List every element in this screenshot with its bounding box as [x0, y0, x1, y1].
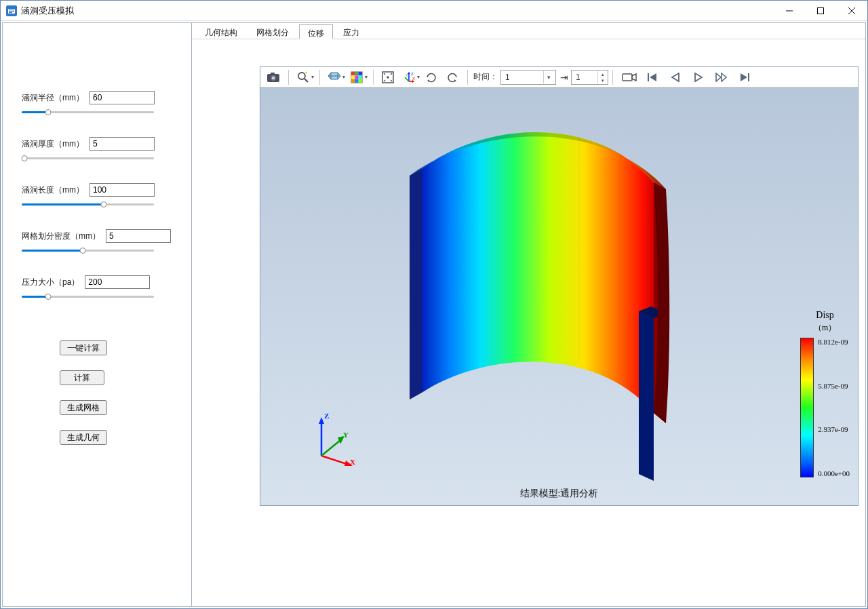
svg-line-13	[304, 79, 308, 82]
legend-tick: 0.000e+00	[818, 469, 850, 477]
svg-marker-37	[632, 74, 636, 81]
param-radius: 涵洞半径（mm）	[22, 91, 172, 117]
titlebar: 涵洞受压模拟	[1, 1, 867, 21]
svg-point-12	[298, 73, 305, 79]
rotate-right-button[interactable]	[442, 68, 462, 86]
svg-rect-22	[351, 75, 355, 79]
axis-z-label: Z	[324, 412, 329, 420]
svg-rect-38	[648, 73, 649, 81]
svg-rect-45	[748, 73, 749, 81]
colormap-button[interactable]	[347, 68, 367, 86]
viewport: ▾ ▾ ▾	[260, 66, 859, 506]
svg-marker-44	[741, 73, 747, 81]
spinner-down-icon[interactable]: ▾	[598, 77, 608, 83]
param-label: 压力大小（pa）	[22, 277, 79, 288]
radius-slider[interactable]	[22, 107, 154, 117]
svg-marker-43	[722, 73, 726, 81]
generate-mesh-button[interactable]: 生成网格	[60, 400, 107, 415]
axes-button[interactable]: ZYX	[399, 68, 419, 86]
axes-dropdown-icon[interactable]: ▾	[417, 74, 420, 80]
svg-line-50	[321, 440, 340, 456]
param-label: 涵洞半径（mm）	[22, 92, 84, 104]
zoom-dropdown-icon[interactable]: ▾	[311, 74, 314, 80]
svg-rect-1	[9, 9, 14, 10]
app-icon	[6, 5, 17, 16]
compute-button[interactable]: 计算	[60, 370, 104, 385]
thickness-slider[interactable]	[22, 153, 154, 163]
svg-marker-42	[716, 73, 721, 81]
svg-rect-36	[623, 74, 632, 81]
color-legend: Disp （m） 8.812e-09 5.875e-09 2.937e-09 0…	[800, 310, 850, 477]
colormap-dropdown-icon[interactable]: ▾	[365, 74, 368, 80]
legend-title: Disp	[816, 310, 833, 321]
window-controls	[774, 1, 867, 20]
length-slider[interactable]	[22, 199, 154, 209]
body: 涵洞半径（mm） 涵洞厚度（mm） 涵洞长度（mm）	[1, 21, 867, 608]
time-label: 时间：	[473, 71, 498, 83]
goto-end-button[interactable]	[735, 69, 754, 85]
one-click-compute-button[interactable]: 一键计算	[60, 340, 107, 355]
result-canvas[interactable]: Z Y X 结果模型:通用分析 Disp （m） 8.812e-09	[260, 87, 858, 505]
tab-geometry[interactable]: 几何结构	[196, 24, 246, 39]
step-right-icon[interactable]: ⇥	[559, 70, 570, 85]
app-window: 涵洞受压模拟 涵洞半径（mm） 涵洞厚度（mm）	[0, 0, 868, 609]
svg-line-32	[405, 77, 409, 81]
view-style-dropdown-icon[interactable]: ▾	[342, 74, 345, 80]
sidebar: 涵洞半径（mm） 涵洞厚度（mm） 涵洞长度（mm）	[2, 22, 192, 607]
play-button[interactable]	[689, 69, 708, 85]
svg-line-48	[321, 456, 349, 465]
svg-rect-23	[355, 75, 358, 79]
window-title: 涵洞受压模拟	[21, 5, 774, 17]
mesh-density-input[interactable]	[106, 229, 171, 243]
goto-start-button[interactable]	[643, 69, 662, 85]
svg-rect-24	[359, 75, 362, 79]
tab-bar: 几何结构 网格划分 位移 应力	[192, 23, 865, 39]
svg-point-29	[387, 77, 389, 78]
tab-displacement[interactable]: 位移	[299, 24, 333, 39]
generate-geometry-button[interactable]: 生成几何	[60, 430, 107, 445]
pressure-slider[interactable]	[22, 292, 154, 301]
zoom-button[interactable]	[293, 68, 313, 86]
tab-stress[interactable]: 应力	[334, 24, 368, 39]
minimize-button[interactable]	[774, 1, 805, 20]
view-style-button[interactable]	[324, 68, 344, 86]
svg-rect-2	[9, 11, 14, 12]
axis-triad: Z Y X	[308, 412, 362, 466]
thickness-input[interactable]	[90, 137, 155, 151]
maximize-button[interactable]	[805, 1, 836, 20]
mesh-density-slider[interactable]	[22, 245, 154, 255]
tab-mesh[interactable]: 网格划分	[248, 24, 298, 39]
pressure-input[interactable]	[85, 275, 150, 289]
playback-controls	[620, 69, 754, 85]
record-button[interactable]	[620, 69, 639, 85]
close-button[interactable]	[836, 1, 867, 20]
result-model-label: 结果模型:通用分析	[520, 488, 599, 500]
step-forward-button[interactable]	[712, 69, 731, 85]
param-thickness: 涵洞厚度（mm）	[22, 137, 172, 163]
svg-rect-3	[9, 12, 12, 13]
svg-marker-47	[319, 417, 324, 424]
step-value: 1	[576, 73, 597, 82]
step-back-button[interactable]	[666, 69, 685, 85]
param-label: 涵洞长度（mm）	[22, 184, 84, 196]
param-mesh-density: 网格划分密度（mm）	[22, 229, 172, 255]
spinner-up-icon[interactable]: ▴	[598, 71, 608, 77]
rotate-left-button[interactable]	[421, 68, 441, 86]
legend-tick: 5.875e-09	[818, 382, 850, 390]
svg-rect-21	[359, 72, 362, 75]
svg-marker-40	[672, 73, 679, 81]
fit-view-button[interactable]	[378, 68, 398, 86]
radius-input[interactable]	[90, 91, 155, 104]
svg-rect-26	[355, 79, 358, 82]
step-spinner[interactable]: 1 ▴▾	[571, 70, 608, 85]
viewport-toolbar: ▾ ▾ ▾	[260, 67, 858, 87]
svg-rect-20	[355, 72, 358, 75]
time-combo[interactable]: 1 ▾	[500, 70, 556, 85]
legend-unit: （m）	[814, 322, 836, 334]
chevron-down-icon[interactable]: ▾	[543, 71, 554, 83]
length-input[interactable]	[90, 183, 155, 197]
snapshot-button[interactable]	[263, 68, 283, 86]
axis-y-label: Y	[343, 431, 349, 439]
svg-marker-41	[695, 73, 702, 81]
svg-text:X: X	[412, 77, 415, 81]
